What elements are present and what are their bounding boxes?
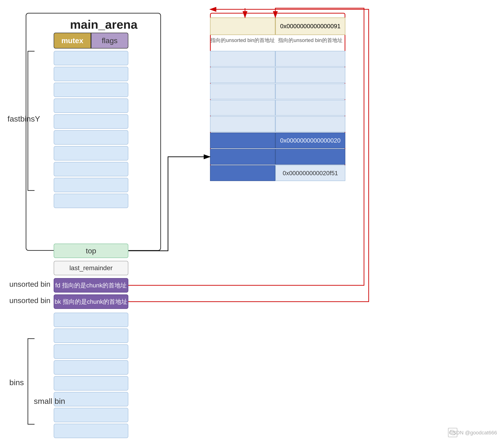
chunk-left-8 — [210, 149, 275, 165]
arena-cell-7 — [54, 146, 128, 161]
chunk-row-5 — [210, 100, 345, 116]
chunk-row-8 — [210, 149, 345, 165]
chunk-labels-row: 指向的unsorted bin的首地址 指向的unsorted bin的首地址 — [210, 37, 345, 44]
chunk-row-6 — [210, 116, 345, 132]
chunk-right-2 — [275, 51, 345, 67]
arena-cell-10 — [54, 194, 128, 208]
chunk-right-7: 0x0000000000000020 — [275, 133, 345, 148]
arena-cell-1 — [54, 51, 128, 65]
chunk-row-4 — [210, 83, 345, 99]
unsorted-bin-label-2: unsorted bin — [9, 296, 50, 305]
chunk-left-2 — [210, 51, 275, 67]
arena-cell-4 — [54, 98, 128, 113]
chunk-left-3 — [210, 67, 275, 83]
chunk-left-label: 指向的unsorted bin的首地址 — [210, 37, 275, 44]
chunk-right-label: 指向的unsorted bin的首地址 — [275, 37, 345, 44]
fastbins-label: fastbinsY — [7, 114, 40, 124]
arena-cell-8 — [54, 162, 128, 176]
chunk-row-7: 0x0000000000000020 — [210, 133, 345, 148]
mutex-cell: mutex — [54, 33, 91, 49]
unsorted-fd-cell: fd 指向的是chunk的首地址 — [54, 278, 128, 292]
chunk-left-5 — [210, 100, 275, 116]
bins-cell-1 — [54, 313, 128, 327]
chunk-row-2 — [210, 51, 345, 67]
bins-cell-2 — [54, 329, 128, 343]
chunk-left-4 — [210, 83, 275, 99]
chunk-right-4 — [275, 83, 345, 99]
chunk-right-6 — [275, 116, 345, 132]
flags-cell: flags — [91, 33, 128, 49]
bins-cell-8 — [54, 424, 128, 438]
chunk-left-1 — [210, 17, 275, 35]
bins-label: bins — [9, 378, 24, 387]
arena-cell-3 — [54, 82, 128, 97]
chunk-row-1: 0x0000000000000091 — [210, 17, 345, 35]
bins-cell-7 — [54, 408, 128, 422]
mutex-flags-row: mutex flags — [54, 33, 128, 49]
chunk-left-7 — [210, 133, 275, 148]
bins-bracket — [28, 338, 35, 425]
diagram-container: main_arena mutex flags fastbinsY top las… — [0, 0, 504, 440]
top-cell: top — [54, 244, 128, 258]
unsorted-bin-label-1: unsorted bin — [9, 280, 50, 289]
chunk-row-9: 0x000000000020f51 — [210, 165, 345, 181]
svg-rect-4 — [452, 432, 455, 435]
chunk-right-9: 0x000000000020f51 — [275, 165, 345, 181]
bins-cell-4 — [54, 360, 128, 375]
chunk-row-3 — [210, 67, 345, 83]
bins-cell-5 — [54, 376, 128, 391]
chunk-right-1: 0x0000000000000091 — [275, 17, 345, 35]
chunk-right-5 — [275, 100, 345, 116]
last-remainder-cell: last_remainder — [54, 261, 128, 275]
unsorted-bk-cell: bk 指向的是chunk的首地址 — [54, 294, 128, 309]
chunk-right-8 — [275, 149, 345, 165]
chunk-left-9 — [210, 165, 275, 181]
arena-cell-9 — [54, 178, 128, 192]
chunk-right-3 — [275, 67, 345, 83]
small-bin-label: small bin — [34, 397, 65, 406]
bins-cell-3 — [54, 344, 128, 359]
copy-icon[interactable] — [448, 428, 457, 437]
arena-cell-2 — [54, 67, 128, 81]
chunk-left-6 — [210, 116, 275, 132]
arena-cell-6 — [54, 130, 128, 145]
arena-cell-5 — [54, 114, 128, 129]
